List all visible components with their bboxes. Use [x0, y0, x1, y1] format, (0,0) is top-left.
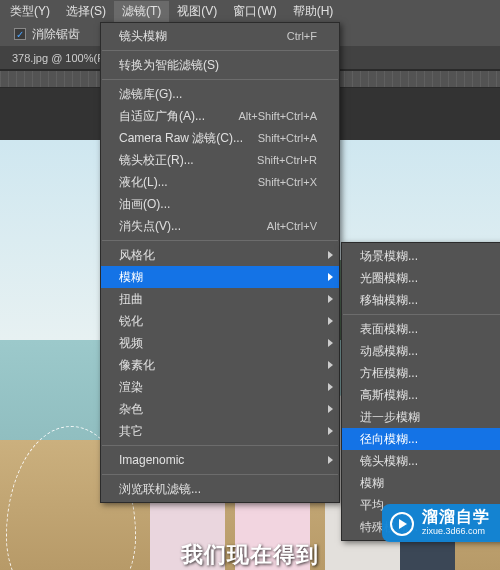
submenu-item-field-blur[interactable]: 场景模糊... [342, 245, 500, 267]
menu-item-noise[interactable]: 杂色 [101, 398, 339, 420]
submenu-item-surface-blur[interactable]: 表面模糊... [342, 318, 500, 340]
chevron-right-icon [328, 405, 333, 413]
menu-item-render[interactable]: 渲染 [101, 376, 339, 398]
watermark-badge: 溜溜自学 zixue.3d66.com [382, 504, 500, 542]
chevron-right-icon [328, 383, 333, 391]
menu-item-liquify[interactable]: 液化(L)... Shift+Ctrl+X [101, 171, 339, 193]
menu-item-last-filter[interactable]: 镜头模糊 Ctrl+F [101, 25, 339, 47]
chevron-right-icon [328, 456, 333, 464]
watermark-title: 溜溜自学 [422, 510, 490, 524]
chevron-right-icon [328, 317, 333, 325]
antialias-checkbox[interactable]: ✓ [14, 28, 26, 40]
menu-item-vanishing-point[interactable]: 消失点(V)... Alt+Ctrl+V [101, 215, 339, 237]
submenu-item-blur[interactable]: 模糊 [342, 472, 500, 494]
menu-item-adaptive-wide-angle[interactable]: 自适应广角(A)... Alt+Shift+Ctrl+A [101, 105, 339, 127]
menu-item-stylize[interactable]: 风格化 [101, 244, 339, 266]
blur-submenu: 场景模糊... 光圈模糊... 移轴模糊... 表面模糊... 动感模糊... … [341, 242, 500, 541]
menubar: 类型(Y) 选择(S) 滤镜(T) 视图(V) 窗口(W) 帮助(H) [0, 0, 500, 22]
submenu-item-gaussian-blur[interactable]: 高斯模糊... [342, 384, 500, 406]
menu-item-browse-online[interactable]: 浏览联机滤镜... [101, 478, 339, 500]
menu-window[interactable]: 窗口(W) [225, 1, 284, 22]
menu-view[interactable]: 视图(V) [169, 1, 225, 22]
watermark-url: zixue.3d66.com [422, 524, 490, 538]
menu-select[interactable]: 选择(S) [58, 1, 114, 22]
chevron-right-icon [328, 339, 333, 347]
menu-item-filter-gallery[interactable]: 滤镜库(G)... [101, 83, 339, 105]
menu-separator [102, 240, 338, 241]
menu-separator [343, 314, 500, 315]
chevron-right-icon [328, 361, 333, 369]
antialias-label: 消除锯齿 [32, 26, 80, 43]
menu-item-imagenomic[interactable]: Imagenomic [101, 449, 339, 471]
filter-menu: 镜头模糊 Ctrl+F 转换为智能滤镜(S) 滤镜库(G)... 自适应广角(A… [100, 22, 340, 503]
chevron-right-icon [328, 295, 333, 303]
menu-separator [102, 79, 338, 80]
menu-help[interactable]: 帮助(H) [285, 1, 342, 22]
menu-item-other[interactable]: 其它 [101, 420, 339, 442]
menu-separator [102, 445, 338, 446]
submenu-item-blur-more[interactable]: 进一步模糊 [342, 406, 500, 428]
menu-item-oil-paint[interactable]: 油画(O)... [101, 193, 339, 215]
submenu-item-motion-blur[interactable]: 动感模糊... [342, 340, 500, 362]
menu-item-distort[interactable]: 扭曲 [101, 288, 339, 310]
menu-separator [102, 50, 338, 51]
chevron-right-icon [328, 273, 333, 281]
play-icon [390, 512, 414, 536]
submenu-item-box-blur[interactable]: 方框模糊... [342, 362, 500, 384]
chevron-right-icon [328, 427, 333, 435]
menu-separator [102, 474, 338, 475]
menu-item-blur[interactable]: 模糊 [101, 266, 339, 288]
menu-type[interactable]: 类型(Y) [2, 1, 58, 22]
submenu-item-radial-blur[interactable]: 径向模糊... [342, 428, 500, 450]
submenu-item-lens-blur[interactable]: 镜头模糊... [342, 450, 500, 472]
chevron-right-icon [328, 251, 333, 259]
submenu-item-iris-blur[interactable]: 光圈模糊... [342, 267, 500, 289]
menu-item-camera-raw[interactable]: Camera Raw 滤镜(C)... Shift+Ctrl+A [101, 127, 339, 149]
menu-item-lens-correction[interactable]: 镜头校正(R)... Shift+Ctrl+R [101, 149, 339, 171]
menu-filter[interactable]: 滤镜(T) [114, 1, 169, 22]
submenu-item-tilt-shift[interactable]: 移轴模糊... [342, 289, 500, 311]
menu-item-pixelate[interactable]: 像素化 [101, 354, 339, 376]
menu-item-sharpen[interactable]: 锐化 [101, 310, 339, 332]
menu-item-convert-smart[interactable]: 转换为智能滤镜(S) [101, 54, 339, 76]
menu-item-video[interactable]: 视频 [101, 332, 339, 354]
